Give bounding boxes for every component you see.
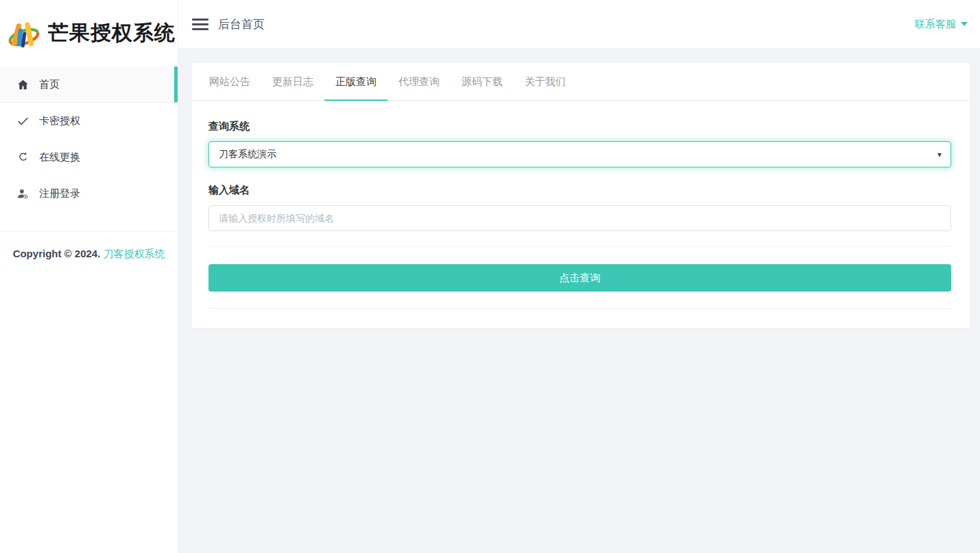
system-select-label: 查询系统 <box>208 120 951 133</box>
sidebar-item-register-login[interactable]: 注册登录 <box>0 176 178 212</box>
sidebar-item-label: 在线更换 <box>39 151 80 164</box>
copyright: Copyright © 2024.刀客授权系统 <box>0 248 178 261</box>
contact-support-label: 联系客服 <box>915 18 956 31</box>
copyright-text: Copyright © 2024. <box>13 248 101 259</box>
hamburger-menu-icon[interactable] <box>192 19 208 30</box>
brand-title: 芒果授权系统 <box>48 19 176 47</box>
app-layout: 芒果授权系统 首页 卡密授权 <box>0 0 980 553</box>
contact-support-dropdown[interactable]: 联系客服 <box>915 18 968 31</box>
sidebar-divider <box>0 231 178 231</box>
topbar: 后台首页 联系客服 <box>178 0 980 48</box>
home-icon <box>16 78 29 91</box>
system-select-value: 刀客系统演示 <box>219 148 276 161</box>
user-gear-icon <box>16 187 29 200</box>
chevron-down-icon <box>961 22 968 26</box>
query-submit-button[interactable]: 点击查询 <box>208 264 951 292</box>
sidebar-item-online-change[interactable]: 在线更换 <box>0 139 178 176</box>
sidebar-item-label: 首页 <box>39 78 60 91</box>
sidebar-nav: 首页 卡密授权 在线更换 <box>0 67 178 212</box>
content-area: 网站公告 更新日志 正版查询 代理查询 源码下载 关于我们 查询系统 刀客系统演… <box>178 48 980 553</box>
sidebar: 芒果授权系统 首页 卡密授权 <box>0 0 178 553</box>
select-caret-icon: ▼ <box>936 151 943 158</box>
copyright-link[interactable]: 刀客授权系统 <box>103 248 165 259</box>
sync-icon <box>16 151 29 164</box>
domain-input-label: 输入域名 <box>208 184 951 197</box>
query-card: 网站公告 更新日志 正版查询 代理查询 源码下载 关于我们 查询系统 刀客系统演… <box>192 63 970 328</box>
tab-agent-query[interactable]: 代理查询 <box>387 63 451 100</box>
sidebar-item-card-auth[interactable]: 卡密授权 <box>0 103 178 139</box>
brand-logo: 芒果授权系统 <box>0 0 178 67</box>
tab-site-announcement[interactable]: 网站公告 <box>198 63 261 100</box>
page-title: 后台首页 <box>218 16 265 32</box>
domain-input[interactable] <box>208 205 951 231</box>
sidebar-item-home[interactable]: 首页 <box>0 67 178 103</box>
form-divider-top <box>208 246 951 247</box>
tab-source-download[interactable]: 源码下载 <box>451 63 514 100</box>
tab-genuine-query[interactable]: 正版查询 <box>324 63 387 100</box>
main-area: 后台首页 联系客服 网站公告 更新日志 正版查询 代理查询 源码下载 关于我们 … <box>178 0 980 553</box>
tab-bar: 网站公告 更新日志 正版查询 代理查询 源码下载 关于我们 <box>192 63 970 101</box>
check-icon <box>16 115 29 128</box>
tab-about-us[interactable]: 关于我们 <box>514 63 577 100</box>
query-form: 查询系统 刀客系统演示 ▼ 输入域名 点击查询 <box>192 101 970 328</box>
tab-update-log[interactable]: 更新日志 <box>261 63 324 100</box>
form-divider-bottom <box>208 308 951 309</box>
sidebar-item-label: 注册登录 <box>39 187 80 200</box>
mango-logo-icon <box>5 14 43 53</box>
system-select[interactable]: 刀客系统演示 ▼ <box>208 141 951 167</box>
sidebar-item-label: 卡密授权 <box>39 115 80 128</box>
